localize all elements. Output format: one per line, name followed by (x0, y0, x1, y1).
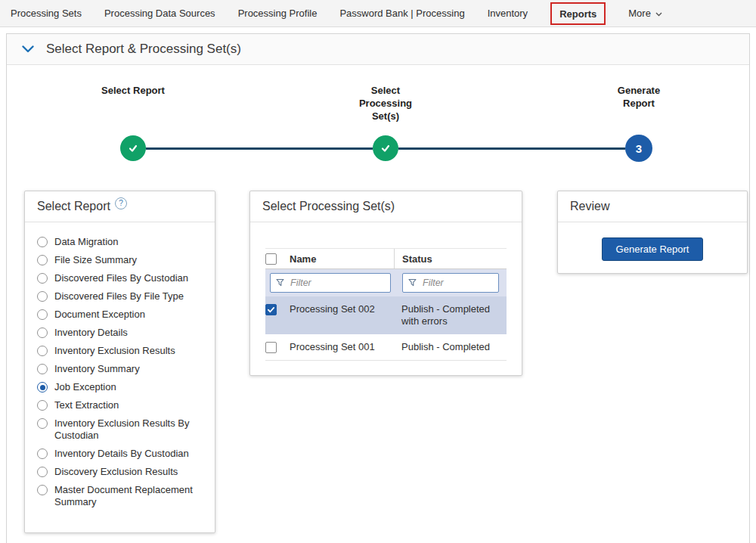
select-report-panel: Select Report ? Data Migration File Size… (24, 191, 215, 533)
collapse-chevron-icon[interactable] (22, 45, 34, 53)
step-circle-complete-1[interactable] (120, 135, 146, 161)
tab-more-label: More (628, 8, 651, 19)
select-all-checkbox[interactable] (265, 253, 277, 265)
section-header: Select Report & Processing Set(s) (7, 34, 749, 65)
radio-option-discovered-files-by-custodian[interactable]: Discovered Files By Custodian (37, 272, 204, 284)
radio-icon (37, 485, 48, 495)
check-icon (380, 142, 392, 154)
radio-option-inventory-details-by-custodian[interactable]: Inventory Details By Custodian (37, 448, 204, 460)
radio-icon (37, 255, 48, 265)
radio-option-job-exception[interactable]: Job Exception (37, 381, 204, 393)
cell-name: Processing Set 002 (288, 303, 394, 315)
tab-processing-sets[interactable]: Processing Sets (11, 8, 82, 19)
check-icon (267, 306, 275, 314)
radio-icon (37, 273, 48, 284)
radio-icon-selected (37, 382, 48, 393)
column-header-name[interactable]: Name (288, 249, 394, 268)
processing-sets-table: Name Status Processin (265, 236, 507, 361)
filter-funnel-icon (276, 276, 284, 290)
radio-option-inventory-details[interactable]: Inventory Details (37, 327, 204, 339)
radio-icon (37, 237, 48, 247)
section-title: Select Report & Processing Set(s) (46, 42, 241, 57)
tab-inventory[interactable]: Inventory (488, 8, 528, 19)
radio-icon (37, 346, 48, 356)
status-filter-input[interactable] (421, 277, 493, 289)
review-panel-header: Review (558, 191, 747, 222)
stepper-connector (398, 147, 625, 150)
filter-funnel-icon (408, 276, 417, 290)
radio-option-inventory-exclusion-results-by-custodian[interactable]: Inventory Exclusion Results By Custodian (37, 417, 204, 442)
radio-icon (37, 467, 48, 477)
radio-icon (37, 309, 48, 320)
tab-more[interactable]: More (628, 8, 662, 19)
step-label-select-processing-sets: Select Processing Set(s) (325, 84, 446, 123)
cell-status: Publish - Completed with errors (394, 303, 507, 327)
table-header-row: Name Status (265, 249, 507, 269)
radio-icon (37, 400, 48, 411)
step-label-select-report: Select Report (73, 84, 194, 97)
status-filter-box (402, 273, 499, 293)
step-circle-current-3[interactable]: 3 (625, 135, 652, 162)
name-filter-box (270, 273, 391, 293)
radio-option-master-document-replacement-summary[interactable]: Master Document Replacement Summary (37, 484, 204, 508)
tab-processing-profile[interactable]: Processing Profile (238, 8, 318, 19)
radio-option-file-size-summary[interactable]: File Size Summary (37, 254, 204, 266)
step-number: 3 (636, 142, 642, 155)
radio-option-document-exception[interactable]: Document Exception (37, 309, 204, 321)
generate-report-button[interactable]: Generate Report (602, 237, 704, 261)
radio-option-inventory-summary[interactable]: Inventory Summary (37, 363, 204, 375)
radio-icon (37, 327, 48, 338)
table-filter-row (265, 269, 507, 296)
column-header-status[interactable]: Status (394, 249, 507, 268)
radio-option-discovery-exclusion-results[interactable]: Discovery Exclusion Results (37, 466, 204, 478)
radio-icon (37, 448, 48, 459)
select-report-title: Select Report (37, 200, 110, 213)
select-processing-sets-header: Select Processing Set(s) (250, 191, 522, 222)
radio-icon (37, 418, 48, 429)
step-label-generate-report: Generate Report (578, 84, 699, 110)
reports-annotation-box: Reports (550, 2, 606, 25)
select-processing-sets-panel: Select Processing Set(s) Name Status (249, 191, 522, 376)
top-nav: Processing Sets Processing Data Sources … (0, 0, 756, 27)
table-scroll-strip (265, 236, 507, 249)
check-icon (127, 142, 139, 154)
help-icon[interactable]: ? (115, 197, 127, 209)
radio-option-data-migration[interactable]: Data Migration (37, 236, 204, 248)
radio-icon (37, 364, 48, 374)
tab-reports[interactable]: Reports (559, 8, 596, 20)
review-panel: Review Generate Report (557, 191, 748, 274)
table-row[interactable]: Processing Set 002 Publish - Completed w… (265, 296, 507, 334)
stepper-connector (146, 147, 373, 150)
report-radio-list: Data Migration File Size Summary Discove… (25, 222, 215, 522)
radio-option-text-extraction[interactable]: Text Extraction (37, 399, 204, 411)
select-report-panel-header: Select Report ? (25, 191, 215, 222)
step-circle-complete-2[interactable] (373, 135, 398, 161)
cell-status: Publish - Completed (394, 341, 507, 353)
radio-icon (37, 291, 48, 302)
table-row[interactable]: Processing Set 001 Publish - Completed (265, 334, 507, 361)
select-processing-sets-title: Select Processing Set(s) (262, 200, 395, 213)
tab-password-bank[interactable]: Password Bank | Processing (339, 8, 464, 19)
radio-option-discovered-files-by-file-type[interactable]: Discovered Files By File Type (37, 290, 204, 303)
row-checkbox[interactable] (265, 342, 277, 353)
row-checkbox-checked[interactable] (265, 304, 277, 315)
cell-name: Processing Set 001 (288, 341, 394, 352)
name-filter-input[interactable] (289, 277, 385, 289)
review-title: Review (570, 200, 609, 213)
tab-processing-data-sources[interactable]: Processing Data Sources (104, 8, 215, 19)
radio-option-inventory-exclusion-results[interactable]: Inventory Exclusion Results (37, 345, 204, 357)
chevron-down-icon (655, 12, 662, 17)
